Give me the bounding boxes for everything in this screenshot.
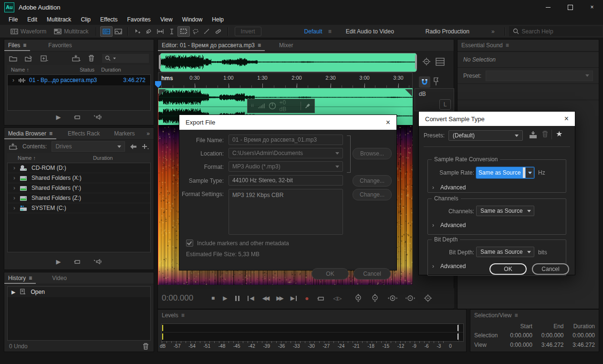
preview-play-button[interactable] [56,259,61,265]
selection-start[interactable]: 0:00.000 [501,332,532,339]
essential-preset-dropdown[interactable] [486,71,593,81]
channels-combo[interactable]: Same as Source [476,206,534,216]
favorite-preset-icon[interactable] [556,130,562,138]
zoom-out-horizontal-button[interactable] [405,294,416,302]
record-button[interactable] [305,295,309,302]
time-selection-tool[interactable] [166,27,177,36]
workspace-tab-default[interactable]: Default [299,28,328,35]
drive-row-shared-x[interactable]: Shared Folders (X:) [8,173,150,183]
save-preset-icon[interactable] [529,131,538,139]
browse-button[interactable]: Browse... [353,148,392,159]
maximize-button[interactable] [559,0,581,14]
files-panel-menu-icon[interactable] [23,42,26,48]
fade-out-handle[interactable] [405,89,412,96]
tab-favorites[interactable]: Favorites [44,40,75,51]
skip-selection-button[interactable] [333,296,342,301]
tab-effects-rack[interactable]: Effects Rack [64,128,104,139]
pause-button[interactable] [235,296,239,301]
add-shortcut-icon[interactable] [142,144,149,150]
auto-play-button[interactable] [94,114,102,120]
contents-dropdown[interactable]: Drives [52,141,125,152]
bit-depth-advanced[interactable]: Advanced [432,263,466,270]
tab-media-browser[interactable]: Media Browser [4,128,56,139]
location-dropdown[interactable]: C:\Users\Admin\Documents [229,148,343,158]
presets-dropdown[interactable]: (Default) [448,130,523,141]
snap-toggle-button[interactable] [419,76,430,88]
skip-to-end-button[interactable] [291,295,297,301]
play-button[interactable] [223,295,227,301]
menu-effects[interactable]: Effects [95,16,122,23]
trash-icon[interactable] [88,55,94,62]
media-col-name[interactable]: Name [7,155,36,161]
fast-forward-button[interactable] [276,295,282,301]
format-settings-change-button[interactable]: Change... [353,189,392,200]
overview-left-handle[interactable] [159,55,161,69]
menu-favorites[interactable]: Favorites [123,16,156,23]
open-file-icon[interactable] [9,55,17,62]
menu-clip[interactable]: Clip [76,16,95,23]
back-arrow-icon[interactable] [130,144,137,149]
loop-playback-button[interactable] [317,295,325,302]
time-display[interactable]: 0:00.000 [162,293,211,303]
sample-type-change-button[interactable]: Change... [353,175,392,187]
levels-menu-icon[interactable] [181,312,185,318]
media-col-duration[interactable]: Duration [93,155,113,161]
selection-duration[interactable]: 0:00.000 [563,332,595,339]
panel-overflow-icon[interactable] [146,131,150,136]
expand-drive-icon[interactable] [13,185,15,191]
format-dropdown[interactable]: MP3 Audio (*.mp3) [229,161,343,172]
close-button[interactable] [581,0,603,14]
expand-drive-icon[interactable] [13,205,15,211]
zoom-to-selection-button[interactable] [423,294,433,302]
workspace-menu-icon[interactable] [328,29,332,34]
search-help-field[interactable]: Search Help [509,26,603,36]
convert-ok-button[interactable]: OK [489,263,527,275]
files-search-field[interactable] [102,54,149,63]
workspace-overflow-icon[interactable] [491,29,495,34]
files-col-duration[interactable]: Duration [101,67,121,73]
sample-rate-caret[interactable] [525,167,534,178]
menu-edit[interactable]: Edit [22,16,42,23]
tab-markers[interactable]: Markers [110,128,138,139]
include-metadata-checkbox[interactable] [186,239,193,247]
stop-button[interactable] [211,295,215,301]
drive-row-shared-y[interactable]: Shared Folders (Y:) [8,183,150,193]
left-channel-button[interactable]: L [439,99,451,110]
selection-end[interactable]: 0:00.000 [532,332,564,339]
import-file-icon[interactable] [25,55,33,62]
zoom-in-horizontal-button[interactable] [387,294,398,302]
rewind-button[interactable] [262,295,268,301]
expand-drive-icon[interactable] [13,195,15,201]
hud-drag-handle[interactable]: ⦙⦙ [251,105,254,107]
export-cancel-button[interactable]: Cancel [353,268,391,280]
history-menu-icon[interactable] [29,275,32,281]
show-waveform-toggle[interactable] [100,26,113,37]
slip-tool[interactable] [155,27,166,36]
selection-view-menu-icon[interactable] [515,312,518,318]
expand-drive-icon[interactable] [13,165,15,171]
show-spectral-toggle[interactable] [113,27,124,36]
drive-row-system-c[interactable]: SYSTEM (C:) [8,203,150,213]
convert-cancel-button[interactable]: Cancel [532,263,569,275]
workspace-tab-radio-production[interactable]: Radio Production [420,28,475,35]
menu-multitrack[interactable]: Multitrack [42,16,76,23]
new-item-icon[interactable] [41,55,48,62]
auto-play-button[interactable] [94,259,102,265]
overview-navigator[interactable] [160,53,417,72]
zoom-out-vertical-button[interactable] [371,294,380,302]
move-tool[interactable] [132,27,143,36]
menu-window[interactable]: Window [177,16,208,23]
zoom-reset-icon[interactable] [422,57,432,67]
view-duration[interactable]: 3:46.272 [563,342,595,348]
file-list-item[interactable]: 01 - Вр...до рассвета.mp3 3:46.272 [8,75,150,85]
tab-essential-sound[interactable]: Essential Sound [457,40,513,51]
spot-healing-tool[interactable] [213,27,224,36]
history-trash-icon[interactable] [143,343,149,350]
delete-preset-icon[interactable] [542,131,548,138]
drive-row-shared-z[interactable]: Shared Folders (Z:) [8,193,150,203]
skip-to-start-button[interactable] [248,295,254,301]
editor-menu-icon[interactable] [258,42,261,48]
essential-sound-menu-icon[interactable] [506,42,509,48]
sample-rate-combo[interactable]: Same as Source [476,167,534,178]
minimize-button[interactable] [537,0,559,14]
